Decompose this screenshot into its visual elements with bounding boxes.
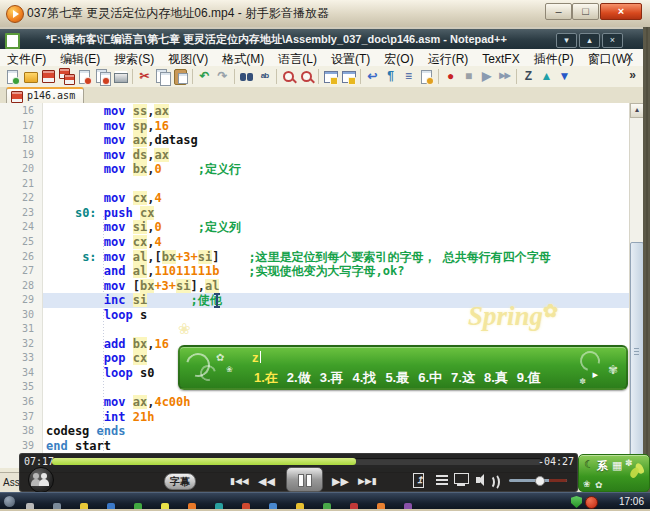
toolbar-overflow-icon[interactable]: » bbox=[629, 68, 636, 82]
maximize-button[interactable]: □ bbox=[572, 3, 599, 20]
code-editor[interactable]: 16 mov ss,ax17 mov sp,1618 mov ax,datasg… bbox=[0, 103, 629, 468]
close-button[interactable]: × bbox=[600, 3, 642, 20]
shooter-logo-button[interactable] bbox=[28, 467, 54, 493]
vertical-scrollbar[interactable]: ▴ bbox=[629, 103, 643, 468]
indent-guide-icon[interactable]: ≡ bbox=[400, 68, 417, 85]
textfx-icon[interactable]: Z bbox=[520, 68, 537, 85]
tab-p146-asm[interactable]: p146.asm bbox=[6, 87, 84, 104]
ime-candidate-1[interactable]: 1.在 bbox=[254, 370, 278, 385]
save-all-icon[interactable] bbox=[58, 68, 75, 85]
macro-stop-icon[interactable]: ■ bbox=[460, 68, 477, 85]
unshade-button[interactable]: ▴ bbox=[579, 33, 600, 48]
ime-candidate-3[interactable]: 3.再 bbox=[320, 370, 344, 385]
ime-candidate-9[interactable]: 9.值 bbox=[517, 370, 541, 385]
tray-app-icon[interactable] bbox=[585, 496, 598, 509]
collapse-all-icon[interactable]: ▲ bbox=[538, 68, 555, 85]
line-number: 22 bbox=[0, 191, 34, 206]
volume-knob[interactable] bbox=[535, 476, 545, 486]
zoom-out-icon[interactable] bbox=[298, 68, 315, 85]
volume-icon[interactable] bbox=[476, 472, 496, 488]
ime-candidate-4[interactable]: 4.找 bbox=[353, 370, 377, 385]
volume-slider[interactable] bbox=[509, 479, 567, 482]
player-window-title: 037第七章 更灵活定位内存地址06.mp4 - 射手影音播放器 bbox=[27, 0, 329, 26]
expand-all-icon[interactable]: ▼ bbox=[556, 68, 573, 85]
ime-swirl-decoration: ❀ bbox=[178, 320, 191, 338]
ime-status-widget[interactable]: ☾ 系 ▦ ❀ ✿ ✽ bbox=[578, 454, 650, 492]
undo-icon[interactable]: ↶ bbox=[196, 68, 213, 85]
find-icon[interactable] bbox=[238, 68, 255, 85]
ime-candidate-2[interactable]: 2.做 bbox=[287, 370, 311, 385]
antivirus-shield-icon[interactable] bbox=[571, 496, 582, 508]
playlist-icon[interactable] bbox=[434, 472, 450, 488]
copy-icon[interactable] bbox=[154, 68, 171, 85]
flower-icon: ✽ bbox=[579, 377, 586, 386]
ime-candidate-6[interactable]: 6.中 bbox=[418, 370, 442, 385]
ime-candidate-5[interactable]: 5.最 bbox=[385, 370, 409, 385]
rewind-button[interactable]: ◀◀ bbox=[258, 473, 275, 489]
function-list-icon[interactable] bbox=[418, 68, 435, 85]
open-file-icon[interactable]: ↥ bbox=[411, 472, 427, 488]
minimize-button[interactable]: – bbox=[545, 3, 572, 20]
macro-run-multiple-icon[interactable]: ▶▶ bbox=[496, 68, 513, 85]
line-number: 18 bbox=[0, 133, 34, 148]
flower-icon: ✽ bbox=[625, 458, 633, 468]
screen: 037第七章 更灵活定位内存地址06.mp4 - 射手影音播放器 – □ × *… bbox=[0, 0, 650, 511]
fast-forward-button[interactable]: ▶▶ bbox=[332, 473, 349, 489]
flower-icon: ✿ bbox=[543, 301, 558, 321]
new-file-icon[interactable] bbox=[4, 68, 21, 85]
unsaved-floppy-icon bbox=[11, 91, 23, 103]
menubar-close-icon[interactable]: X bbox=[626, 49, 633, 66]
pause-bar-icon bbox=[306, 474, 312, 487]
show-all-characters-icon[interactable]: ¶ bbox=[382, 68, 399, 85]
close-file-icon[interactable] bbox=[76, 68, 93, 85]
flower-icon: ❀ bbox=[583, 479, 591, 489]
desktop-edge-strip bbox=[643, 27, 650, 492]
moon-icon[interactable]: ☾ bbox=[584, 458, 594, 471]
player-titlebar[interactable]: 037第七章 更灵活定位内存地址06.mp4 - 射手影音播放器 – □ × bbox=[0, 0, 650, 28]
next-page-icon[interactable]: ▸ bbox=[592, 368, 598, 381]
line-number: 24 bbox=[0, 220, 34, 235]
paste-icon[interactable] bbox=[172, 68, 189, 85]
open-file-icon[interactable] bbox=[22, 68, 39, 85]
toolbar-separator bbox=[438, 69, 439, 84]
zoom-in-icon[interactable] bbox=[280, 68, 297, 85]
monitor-stand bbox=[457, 484, 465, 486]
save-session-icon[interactable] bbox=[340, 68, 357, 85]
flower-icon: ✾ bbox=[608, 363, 618, 377]
code-line-36: 36 mov ax,4c00h bbox=[0, 395, 629, 410]
replace-icon[interactable]: ab bbox=[256, 68, 273, 85]
close-all-icon[interactable] bbox=[94, 68, 111, 85]
macro-record-icon[interactable]: ● bbox=[442, 68, 459, 85]
notepad-close-button[interactable]: × bbox=[602, 33, 623, 48]
taskbar[interactable]: 17:06 bbox=[0, 492, 650, 510]
scrollbar-thumb[interactable] bbox=[630, 242, 644, 462]
next-button[interactable]: ▶▶▮ bbox=[358, 473, 377, 489]
scrollbar-up-arrow[interactable]: ▴ bbox=[630, 103, 644, 118]
ime-candidate-7[interactable]: 7.这 bbox=[451, 370, 475, 385]
code-text: inc si ;使他 bbox=[46, 293, 222, 308]
save-file-icon[interactable] bbox=[40, 68, 57, 85]
restore-session-icon[interactable] bbox=[322, 68, 339, 85]
code-text: codesg ends bbox=[46, 424, 126, 439]
ime-mode-text[interactable]: 系 bbox=[597, 459, 608, 474]
progress-bar[interactable] bbox=[52, 458, 542, 465]
line-number: 17 bbox=[0, 119, 34, 134]
pause-button[interactable] bbox=[286, 467, 323, 492]
redo-icon[interactable]: ↷ bbox=[214, 68, 231, 85]
macro-play-icon[interactable]: ▶ bbox=[478, 68, 495, 85]
flower-icon: ✿ bbox=[595, 480, 603, 490]
code-text: mov ax,datasg bbox=[46, 133, 198, 148]
subtitle-button[interactable]: 字幕 bbox=[164, 473, 196, 490]
start-orb[interactable] bbox=[4, 496, 15, 507]
ime-candidate-8[interactable]: 8.真 bbox=[484, 370, 508, 385]
print-icon[interactable] bbox=[112, 68, 129, 85]
ime-composition: z bbox=[252, 350, 261, 365]
notepad-titlebar[interactable]: *F:\播布客\汇编语言\第七章 更灵活定位内存地址\Assembly_037_… bbox=[0, 29, 643, 49]
word-wrap-icon[interactable]: ↩ bbox=[364, 68, 381, 85]
softkeyboard-icon[interactable]: ▦ bbox=[612, 459, 622, 472]
previous-button[interactable]: ▮◀◀ bbox=[230, 473, 249, 489]
notepad-window-title: *F:\播布客\汇编语言\第七章 更灵活定位内存地址\Assembly_037_… bbox=[0, 29, 553, 49]
cut-icon[interactable]: ✂ bbox=[136, 68, 153, 85]
shade-button[interactable]: ▾ bbox=[556, 33, 577, 48]
snapshot-icon[interactable] bbox=[453, 472, 471, 488]
